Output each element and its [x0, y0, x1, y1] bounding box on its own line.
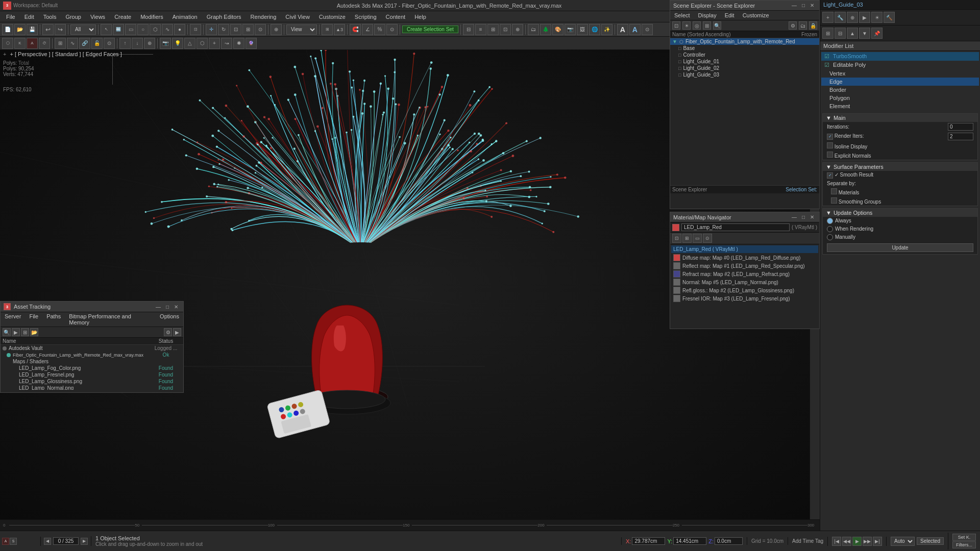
se-btn-2[interactable]: ☀ — [682, 21, 691, 30]
select-by-name-btn[interactable]: 🔤 — [113, 24, 124, 35]
at-btn-6[interactable]: ▶ — [173, 328, 181, 336]
ts-manually-radio[interactable] — [827, 234, 833, 240]
ts-render-checkbox[interactable]: ✓ — [827, 134, 833, 140]
helper-btn[interactable]: + — [209, 38, 220, 49]
se-menu-customize[interactable]: Customize — [741, 12, 771, 19]
scale-btn[interactable]: ⊡ — [230, 24, 241, 35]
schematic-btn[interactable]: ⊞ — [55, 38, 66, 49]
mn-map-row-2[interactable]: Refract map: Map #2 (LED_Lamp_Refract.pn… — [671, 270, 818, 278]
se-btn-layers[interactable]: 🗂 — [799, 21, 807, 30]
update-options-header[interactable]: ▼ Update Options — [823, 209, 977, 217]
mn-map-row-5[interactable]: Fresnel IOR: Map #3 (LED_Lamp_Fresnel.pn… — [671, 294, 818, 303]
render-effects-btn[interactable]: ✨ — [601, 24, 612, 35]
menu-views[interactable]: Views — [86, 13, 109, 21]
at-restore-btn[interactable]: □ — [164, 304, 171, 310]
menu-help[interactable]: Help — [410, 13, 430, 21]
spacing-btn[interactable]: ⊡ — [500, 24, 511, 35]
at-btn-1[interactable]: 🔍 — [3, 328, 11, 336]
mn-map-row-0[interactable]: Diffuse map: Map #0 (LED_Lamp_Red_Diffus… — [671, 254, 818, 262]
menu-modifiers[interactable]: Modifiers — [136, 13, 167, 21]
set-key-btn-sb[interactable]: Set K. — [952, 534, 976, 541]
mod-move-down-btn[interactable]: ▼ — [859, 28, 870, 39]
mod-motion-btn[interactable]: ▶ — [859, 12, 870, 23]
se-selection-set-btn[interactable]: Selection Set: — [786, 187, 817, 192]
prev-frame-btn[interactable]: ◀ — [44, 538, 51, 545]
ts-iterations-input[interactable] — [948, 123, 973, 131]
time-btn[interactable]: ⏱ — [39, 38, 50, 49]
ts-update-btn[interactable]: Update — [827, 243, 973, 252]
ts-materials-checkbox[interactable] — [831, 188, 837, 194]
unlink-btn[interactable]: 🔓 — [91, 38, 103, 49]
geometry-btn[interactable]: ⬡ — [197, 38, 208, 49]
menu-animation[interactable]: Animation — [168, 13, 202, 21]
vertex-item[interactable]: Vertex — [821, 69, 979, 78]
menu-group[interactable]: Group — [61, 13, 85, 21]
surface-params-header[interactable]: ▼ Surface Parameters — [823, 163, 977, 171]
clone-btn[interactable]: ⊕ — [512, 24, 523, 35]
timeline-track[interactable]: 0 50 100 150 200 250 300 — [0, 520, 820, 531]
at-row-gloss[interactable]: LED_Lamp_Glossiness.png Found — [1, 378, 183, 385]
ts-always-radio[interactable] — [827, 218, 833, 224]
mod-hierarchy-btn[interactable]: ⊕ — [847, 12, 858, 23]
mn-btn-4[interactable]: ⊙ — [703, 234, 712, 243]
material-editor-btn[interactable]: 🎨 — [552, 24, 564, 35]
view-dropdown[interactable]: View — [286, 24, 317, 35]
rect-select-btn[interactable]: ▭ — [125, 24, 136, 35]
se-menu-select[interactable]: Select — [672, 12, 692, 19]
shape-btn[interactable]: △ — [184, 38, 195, 49]
angle-snap-btn[interactable]: ∠ — [362, 24, 373, 35]
se-row-base[interactable]: □ Base — [670, 45, 819, 52]
se-row-root[interactable]: ▼ ⬡ Fiber_Optic_Fountain_Lamp_with_Remot… — [670, 38, 819, 45]
ts-render-iters-input[interactable] — [948, 133, 973, 140]
save-button[interactable]: 💾 — [27, 24, 38, 35]
render-env-btn[interactable]: 🌐 — [589, 24, 600, 35]
link-btn[interactable]: 🔗 — [79, 38, 90, 49]
y-input[interactable] — [673, 537, 706, 545]
light-btn[interactable]: 💡 — [172, 38, 183, 49]
at-btn-5[interactable]: ⚙ — [164, 328, 172, 336]
se-row-guide03[interactable]: □ Light_Guide_03 — [670, 71, 819, 78]
polygon-count-btn[interactable]: ▲3 — [334, 24, 345, 35]
element-item[interactable]: Element — [821, 102, 979, 110]
curve-btn[interactable]: ∿ — [67, 38, 78, 49]
turbosmooth-item[interactable]: ☑ TurboSmooth — [821, 52, 979, 61]
menu-content[interactable]: Content — [382, 13, 410, 21]
se-btn-4[interactable]: ⊞ — [703, 21, 711, 30]
squash-btn[interactable]: ⊞ — [242, 24, 254, 35]
prev-key-btn[interactable]: ◀◀ — [842, 537, 851, 546]
window-crossing-btn[interactable]: ⊡ — [190, 24, 201, 35]
at-menu-paths[interactable]: Paths — [44, 313, 63, 326]
se-btn-1[interactable]: ⊡ — [672, 21, 680, 30]
ts-explicit-checkbox[interactable] — [827, 152, 833, 158]
at-menu-bitmap[interactable]: Bitmap Performance and Memory — [67, 313, 154, 326]
text-a1-btn[interactable]: A — [617, 24, 628, 35]
select-filter-dropdown[interactable]: All — [70, 24, 96, 35]
mat-nav-minimize-btn[interactable]: — — [790, 214, 799, 220]
move-btn[interactable]: ✛ — [206, 24, 217, 35]
goto-start-btn[interactable]: |◀ — [832, 537, 841, 546]
se-row-guide02[interactable]: □ Light_Guide_02 — [670, 65, 819, 71]
snap-btn[interactable]: 🧲 — [350, 24, 361, 35]
mod-pin-btn[interactable]: 📌 — [871, 28, 883, 39]
bind-space-btn[interactable]: ⊙ — [104, 38, 115, 49]
at-row-fresnel[interactable]: LED_Lamp_Fresnel.png Found — [1, 371, 183, 378]
at-menu-file[interactable]: File — [27, 313, 40, 326]
se-btn-5[interactable]: 🔒 — [809, 21, 817, 30]
text-a2-btn[interactable]: A — [629, 24, 641, 35]
menu-edit[interactable]: Edit — [20, 13, 38, 21]
render-frame-btn[interactable]: 🖼 — [577, 24, 588, 35]
se-menu-display[interactable]: Display — [696, 12, 719, 19]
next-frame-btn[interactable]: ▶ — [81, 538, 88, 545]
se-menu-edit[interactable]: Edit — [723, 12, 737, 19]
mod-utility-btn[interactable]: 🔨 — [884, 12, 895, 23]
at-btn-4[interactable]: 📂 — [30, 328, 38, 336]
mn-btn-3[interactable]: ▭ — [693, 234, 702, 243]
scene-explorer-minimize-btn[interactable]: — — [790, 2, 799, 9]
menu-customize[interactable]: Customize — [315, 13, 350, 21]
mn-map-row-1[interactable]: Reflect map: Map #1 (LED_Lamp_Red_Specul… — [671, 262, 818, 270]
circle-select-btn[interactable]: ○ — [137, 24, 149, 35]
rotate-btn[interactable]: ↻ — [218, 24, 229, 35]
mod-add-btn[interactable]: ⊞ — [822, 28, 834, 39]
align-btn[interactable]: ≡ — [475, 24, 486, 35]
at-row-fog[interactable]: LED_Lamp_Fog_Color.png Found — [1, 365, 183, 371]
